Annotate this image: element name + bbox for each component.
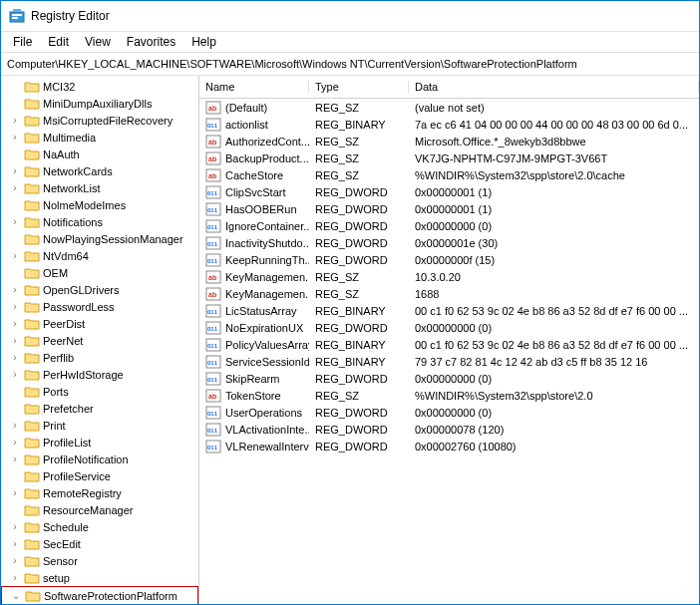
tree-item[interactable]: NolmeModeImes [1,196,198,213]
tree-item[interactable]: MiniDumpAuxiliaryDlls [1,95,198,112]
value-row[interactable]: abTokenStoreREG_SZ%WINDIR%\System32\spp\… [199,387,699,404]
chevron-right-icon[interactable]: › [9,115,21,126]
tree-item[interactable]: NowPlayingSessionManager [1,230,198,247]
value-row[interactable]: abCacheStoreREG_SZ%WINDIR%\System32\spp\… [199,166,699,183]
tree-item[interactable]: ⌄SoftwareProtectionPlatform [1,586,198,604]
chevron-right-icon[interactable]: › [9,250,21,261]
tree-item[interactable]: ›PeerNet [1,332,198,349]
tree-item[interactable]: ›OpenGLDrivers [1,281,198,298]
chevron-right-icon[interactable]: › [9,538,21,549]
binary-value-icon: 011 [205,423,221,437]
svg-rect-2 [12,17,18,19]
tree-item[interactable]: ›Multimedia [1,129,198,146]
value-row[interactable]: 011NoExpirationUXREG_DWORD0x00000000 (0) [199,319,699,336]
chevron-right-icon[interactable]: › [9,352,21,363]
chevron-right-icon[interactable]: › [9,369,21,380]
tree-item[interactable]: ›MsiCorruptedFileRecovery [1,112,198,129]
tree-item[interactable]: OEM [1,264,198,281]
value-row[interactable]: 011KeepRunningTh...REG_DWORD0x0000000f (… [199,251,699,268]
value-row[interactable]: 011VLActivationInte...REG_DWORD0x0000007… [199,421,699,438]
tree-item[interactable]: NaAuth [1,146,198,162]
tree-item[interactable]: ›PerHwIdStorage [1,366,198,383]
tree-item[interactable]: ›NetworkCards [1,162,198,179]
chevron-right-icon[interactable]: › [9,572,21,583]
chevron-right-icon[interactable]: › [9,301,21,312]
value-data: 1688 [409,288,699,300]
tree-item[interactable]: ResourceManager [1,501,198,518]
value-row[interactable]: 011LicStatusArrayREG_BINARY00 c1 f0 62 5… [199,302,699,319]
value-row[interactable]: 011InactivityShutdo...REG_DWORD0x0000001… [199,234,699,251]
col-name[interactable]: Name [199,81,309,93]
menu-help[interactable]: Help [183,35,224,49]
menu-edit[interactable]: Edit [40,35,77,49]
tree-pane[interactable]: MCI32MiniDumpAuxiliaryDlls›MsiCorruptedF… [1,76,199,604]
tree-item[interactable]: ›SecEdit [1,535,198,552]
value-row[interactable]: abBackupProduct...REG_SZVK7JG-NPHTM-C97J… [199,150,699,166]
tree-item[interactable]: ProfileService [1,467,198,484]
tree-item[interactable]: ›Schedule [1,518,198,535]
value-row[interactable]: 011UserOperationsREG_DWORD0x00000000 (0) [199,404,699,421]
chevron-right-icon[interactable]: › [9,555,21,566]
tree-item[interactable]: ›NetworkList [1,179,198,196]
tree-item[interactable]: Ports [1,383,198,400]
chevron-right-icon[interactable]: › [9,521,21,532]
chevron-right-icon[interactable]: › [9,318,21,329]
tree-item-label: ProfileList [43,437,91,449]
value-row[interactable]: 011actionlistREG_BINARY7a ec c6 41 04 00… [199,116,699,133]
chevron-right-icon[interactable]: › [9,284,21,295]
tree-item[interactable]: ›Perflib [1,349,198,366]
tree-item-label: SoftwareProtectionPlatform [44,590,177,602]
tree-item[interactable]: ›RemoteRegistry [1,484,198,501]
chevron-right-icon[interactable]: › [9,454,21,464]
menu-view[interactable]: View [77,35,119,49]
value-type: REG_BINARY [309,339,409,351]
value-name: TokenStore [225,390,281,402]
value-data: 0x00000000 (0) [409,373,699,385]
tree-item[interactable]: ›Print [1,417,198,434]
value-row[interactable]: abKeyManagemen...REG_SZ1688 [199,285,699,302]
chevron-right-icon[interactable]: › [9,487,21,498]
chevron-down-icon[interactable]: ⌄ [10,590,22,601]
tree-item[interactable]: ›NtVdm64 [1,247,198,264]
tree-item[interactable]: Prefetcher [1,400,198,417]
tree-item[interactable]: ›Sensor [1,552,198,569]
value-row[interactable]: 011ClipSvcStartREG_DWORD0x00000001 (1) [199,183,699,200]
chevron-right-icon[interactable]: › [9,216,21,227]
value-row[interactable]: abAuthorizedCont...REG_SZMicrosoft.Offic… [199,133,699,150]
value-data: 00 c1 f0 62 53 9c 02 4e b8 86 a3 52 8d d… [409,339,699,351]
value-name: NoExpirationUX [225,322,303,334]
chevron-right-icon[interactable]: › [9,437,21,448]
tree-item[interactable]: ›Notifications [1,213,198,230]
tree-item[interactable]: ›setup [1,569,198,586]
chevron-right-icon[interactable]: › [9,182,21,193]
value-row[interactable]: 011VLRenewalIntervalREG_DWORD0x00002760 … [199,438,699,454]
tree-item[interactable]: ›PasswordLess [1,298,198,315]
menu-favorites[interactable]: Favorites [119,35,183,49]
binary-value-icon: 011 [205,355,221,369]
value-row[interactable]: ab(Default)REG_SZ(value not set) [199,99,699,116]
titlebar[interactable]: Registry Editor [1,1,699,32]
tree-item-label: RemoteRegistry [43,487,122,499]
tree-item-label: PeerDist [43,318,85,330]
value-data: 0x00000001 (1) [409,186,699,198]
value-row[interactable]: 011PolicyValuesArrayREG_BINARY00 c1 f0 6… [199,336,699,353]
value-row[interactable]: abKeyManagemen...REG_SZ10.3.0.20 [199,268,699,285]
value-name: CacheStore [225,169,283,181]
value-row[interactable]: 011IgnoreContainer...REG_DWORD0x00000000… [199,217,699,234]
col-data[interactable]: Data [409,81,699,93]
list-body[interactable]: ab(Default)REG_SZ(value not set)011actio… [199,99,699,604]
value-row[interactable]: 011ServiceSessionIdREG_BINARY79 37 c7 82… [199,353,699,370]
chevron-right-icon[interactable]: › [9,420,21,431]
chevron-right-icon[interactable]: › [9,132,21,143]
tree-item[interactable]: ›ProfileList [1,434,198,451]
chevron-right-icon[interactable]: › [9,165,21,176]
value-row[interactable]: 011HasOOBERunREG_DWORD0x00000001 (1) [199,200,699,217]
value-row[interactable]: 011SkipRearmREG_DWORD0x00000000 (0) [199,370,699,387]
menu-file[interactable]: File [5,35,40,49]
col-type[interactable]: Type [309,81,409,93]
tree-item[interactable]: MCI32 [1,78,198,95]
address-bar[interactable]: Computer\HKEY_LOCAL_MACHINE\SOFTWARE\Mic… [1,53,699,76]
chevron-right-icon[interactable]: › [9,335,21,346]
tree-item[interactable]: ›ProfileNotification [1,451,198,467]
tree-item[interactable]: ›PeerDist [1,315,198,332]
